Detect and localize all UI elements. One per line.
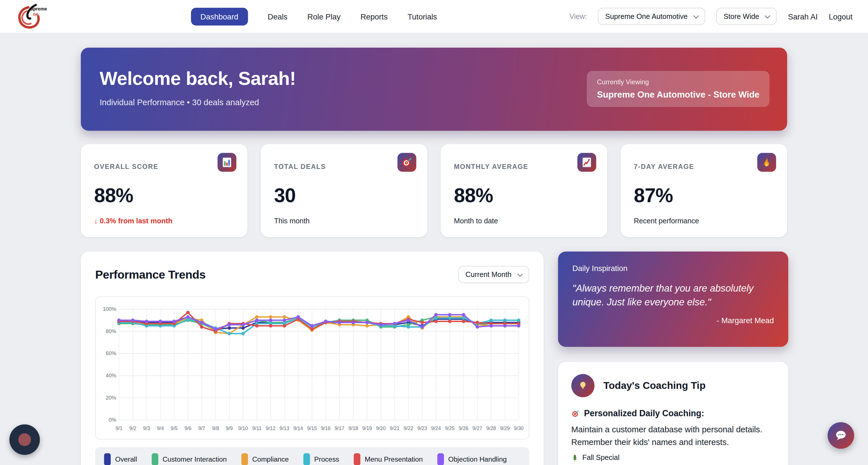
svg-text:9/11: 9/11: [252, 426, 261, 431]
stat-card-overall-score: OVERALL SCORE 88% ↓ 0.3% from last month: [81, 144, 247, 237]
svg-text:9/25: 9/25: [445, 426, 455, 431]
svg-text:9/22: 9/22: [404, 426, 413, 431]
tab-role-play[interactable]: Role Play: [307, 12, 341, 21]
svg-text:9/29: 9/29: [500, 426, 509, 431]
legend-swatch: [353, 453, 360, 465]
trends-range-select[interactable]: Current Month: [458, 266, 529, 283]
stat-value: 88%: [454, 184, 594, 207]
legend-item-objection-handling[interactable]: Objection Handling: [437, 453, 507, 465]
legend-label: Compliance: [252, 456, 289, 463]
chevron-down-icon: [693, 13, 699, 18]
svg-text:100%: 100%: [103, 306, 116, 312]
stat-value: 88%: [94, 184, 234, 207]
logout-link[interactable]: Logout: [829, 12, 852, 21]
inspiration-author: - Margaret Mead: [572, 316, 774, 325]
brand-word-top: upreme: [30, 6, 47, 11]
header-right: View: Supreme One Automotive Store Wide …: [569, 0, 852, 33]
brand-word-bottom: ne: [33, 11, 38, 17]
legend-swatch: [303, 453, 310, 465]
stat-title: 7-DAY AVERAGE: [634, 163, 774, 171]
user-menu-link[interactable]: Sarah AI: [788, 12, 818, 21]
stat-card-monthly-average: MONTHLY AVERAGE 88% Month to date: [441, 144, 607, 237]
svg-text:60%: 60%: [106, 350, 116, 356]
stat-card-total-deals: TOTAL DEALS 30 This month: [260, 144, 427, 237]
svg-text:9/5: 9/5: [171, 426, 178, 431]
legend-label: Customer Interaction: [162, 456, 227, 463]
legend-item-process[interactable]: Process: [303, 453, 339, 465]
svg-text:9/17: 9/17: [335, 426, 344, 431]
chat-button[interactable]: [828, 422, 854, 448]
stat-subtext: Recent performance: [634, 216, 774, 225]
svg-text:9/4: 9/4: [157, 426, 164, 431]
legend-label: Menu Presentation: [365, 456, 423, 463]
legend-item-compliance[interactable]: Compliance: [241, 453, 289, 465]
tab-tutorials[interactable]: Tutorials: [408, 12, 437, 21]
target-icon: [398, 153, 416, 172]
page: upreme ne DashboardDealsRole PlayReports…: [0, 0, 868, 465]
scope-select[interactable]: Store Wide: [716, 8, 777, 25]
stat-value: 30: [274, 184, 414, 207]
svg-text:20%: 20%: [106, 395, 116, 401]
svg-text:80%: 80%: [106, 328, 116, 334]
record-button[interactable]: [9, 425, 40, 455]
stat-card-7-day-average: 7-DAY AVERAGE 87% Recent performance: [621, 144, 787, 237]
stat-title: OVERALL SCORE: [94, 163, 234, 171]
stat-title: MONTHLY AVERAGE: [454, 163, 594, 171]
legend-item-overall[interactable]: Overall: [104, 453, 137, 465]
svg-text:9/23: 9/23: [417, 426, 427, 431]
tab-dashboard[interactable]: Dashboard: [191, 8, 248, 25]
svg-text:0%: 0%: [109, 417, 116, 423]
currently-viewing-box: Currently Viewing Supreme One Automotive…: [587, 71, 769, 107]
svg-text:40%: 40%: [106, 373, 116, 378]
svg-text:9/27: 9/27: [472, 426, 482, 431]
svg-text:9/26: 9/26: [459, 426, 468, 431]
record-dot-icon: [18, 433, 31, 446]
top-nav-bar: upreme ne DashboardDealsRole PlayReports…: [0, 0, 868, 33]
welcome-banner: Welcome back, Sarah! Individual Performa…: [81, 48, 787, 131]
trends-range-value: Current Month: [465, 270, 512, 279]
svg-text:9/19: 9/19: [362, 426, 372, 431]
scope-select-value: Store Wide: [723, 12, 759, 20]
chart-increasing-icon: [577, 153, 596, 172]
dealer-select[interactable]: Supreme One Automotive: [598, 8, 706, 25]
coaching-tip-card: Today's Coaching Tip Personalized Daily …: [558, 362, 788, 465]
legend-item-customer-interaction[interactable]: Customer Interaction: [152, 453, 227, 465]
chevron-down-icon: [517, 271, 523, 277]
tab-deals[interactable]: Deals: [268, 12, 287, 21]
svg-text:9/30: 9/30: [514, 426, 524, 431]
right-column: Daily Inspiration "Always remember that …: [558, 252, 788, 465]
svg-text:9/24: 9/24: [431, 426, 441, 431]
view-label: View:: [569, 12, 587, 20]
svg-text:9/10: 9/10: [238, 426, 248, 431]
fire-icon: [757, 153, 776, 172]
svg-text:9/9: 9/9: [226, 426, 233, 431]
svg-text:9/20: 9/20: [376, 426, 386, 431]
coaching-tip-body: Maintain a customer database with person…: [571, 423, 775, 448]
tab-reports[interactable]: Reports: [361, 12, 388, 21]
chart-legend: OverallCustomer InteractionCompliancePro…: [95, 447, 529, 465]
bar-chart-icon: [217, 153, 236, 172]
svg-text:9/12: 9/12: [266, 426, 275, 431]
svg-text:9/21: 9/21: [390, 426, 400, 431]
daily-inspiration-card: Daily Inspiration "Always remember that …: [558, 252, 788, 347]
legend-item-menu-presentation[interactable]: Menu Presentation: [353, 453, 423, 465]
svg-text:9/28: 9/28: [486, 426, 496, 431]
stat-title: TOTAL DEALS: [274, 163, 414, 171]
legend-swatch: [437, 453, 444, 465]
svg-text:9/1: 9/1: [116, 426, 123, 431]
svg-text:9/3: 9/3: [143, 426, 150, 431]
performance-trends-card: Performance Trends Current Month 9/19/29…: [81, 252, 544, 465]
legend-swatch: [152, 453, 158, 465]
trends-chart-box: 9/19/29/39/49/59/69/79/89/99/109/119/129…: [95, 296, 529, 439]
stat-cards-row: OVERALL SCORE 88% ↓ 0.3% from last month…: [81, 144, 787, 237]
chevron-down-icon: [765, 13, 771, 18]
tree-icon: [571, 454, 579, 461]
svg-text:9/16: 9/16: [321, 426, 331, 431]
svg-text:9/2: 9/2: [129, 426, 136, 431]
coaching-tip-heading: Personalized Daily Coaching:: [584, 408, 704, 418]
svg-text:9/8: 9/8: [212, 426, 219, 431]
svg-text:9/13: 9/13: [279, 426, 289, 431]
svg-text:9/18: 9/18: [348, 426, 359, 431]
svg-text:9/7: 9/7: [198, 426, 206, 431]
supreme-one-logo[interactable]: upreme ne: [14, 2, 50, 31]
